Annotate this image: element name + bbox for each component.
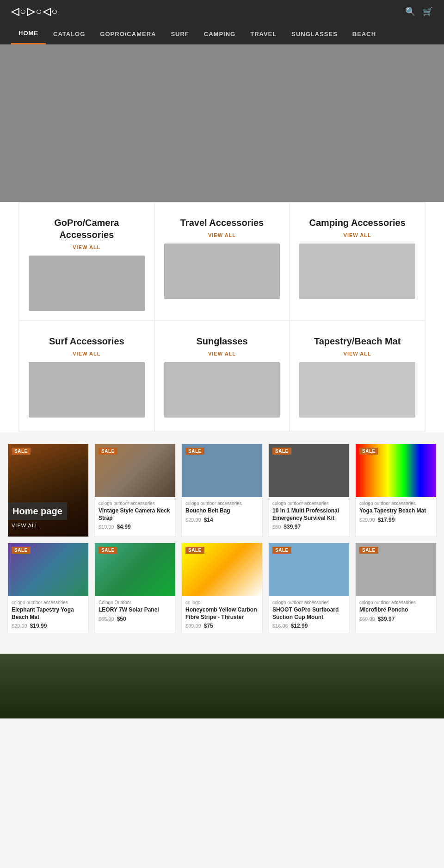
price-original-4: $29.99 <box>359 517 375 523</box>
price-original-r2-1: $29.99 <box>12 623 27 629</box>
product-prices-2: $29.99 $14 <box>185 517 259 523</box>
price-original-2: $29.99 <box>185 517 201 523</box>
category-section: GoPro/Camera Accessories VIEW ALL Travel… <box>0 202 444 432</box>
product-name-r2-5: Microfibre Poncho <box>359 606 432 614</box>
price-sale-r2-1: $19.99 <box>30 623 47 629</box>
price-original-r2-3: $99.99 <box>185 623 201 629</box>
product-prices-3: $60 $39.97 <box>272 524 345 530</box>
price-original-3: $60 <box>272 524 281 530</box>
product-prices-4: $29.99 $17.99 <box>359 517 432 523</box>
nav-sunglasses[interactable]: SUNGLASSES <box>284 24 345 44</box>
product-brand-3: cologo outdoor accessories <box>272 501 345 506</box>
nav-gopro-camera[interactable]: GOPRO/CAMERA <box>92 24 163 44</box>
category-img-sunglasses <box>164 362 280 418</box>
sale-badge-4: SALE <box>359 448 378 455</box>
nav-home[interactable]: HOME <box>11 23 46 44</box>
sale-badge-r2-3: SALE <box>185 547 204 554</box>
sale-badge-r2-4: SALE <box>272 547 291 554</box>
product-info-r2-2: Cologo Outdoor LEORY 7W Solar Panel $65.… <box>95 596 175 626</box>
product-card-yoga-mat[interactable]: SALE cologo outdoor accessories Yoga Tap… <box>355 443 437 537</box>
product-card-poncho[interactable]: SALE cologo outdoor accessories Microfib… <box>355 543 437 633</box>
products-grid-row1: SALE Home page VIEW ALL SALE cologo outd… <box>7 443 437 537</box>
category-title-sunglasses: Sunglasses <box>196 335 247 347</box>
sale-badge-2: SALE <box>185 448 204 455</box>
product-info-4: cologo outdoor accessories Yoga Tapestry… <box>356 497 436 527</box>
sale-badge-r2-1: SALE <box>12 547 31 554</box>
logo[interactable]: ◁○▷○◁○ <box>11 6 59 18</box>
homepage-featured-card[interactable]: SALE Home page VIEW ALL <box>7 443 89 537</box>
sale-badge-1: SALE <box>99 448 117 455</box>
nav-travel[interactable]: TRAVEL <box>243 24 284 44</box>
category-link-travel[interactable]: VIEW ALL <box>208 232 236 238</box>
product-brand-1: cologo outdoor accessories <box>99 501 172 506</box>
price-sale-1: $4.99 <box>117 524 131 530</box>
product-info-r2-3: co logo Honeycomb Yellow Carbon Fibre St… <box>182 596 262 633</box>
product-name-4: Yoga Tapestry Beach Mat <box>359 507 432 515</box>
product-name-r2-4: SHOOT GoPro Surfboard Suction Cup Mount <box>272 606 345 621</box>
nav-camping[interactable]: CAMPING <box>197 24 243 44</box>
category-card-surf[interactable]: Surf Accessories VIEW ALL <box>19 321 154 432</box>
hero-banner <box>0 44 444 202</box>
nav-surf[interactable]: SURF <box>163 24 196 44</box>
product-card-survival-kit[interactable]: SALE cologo outdoor accessories 10 in 1 … <box>268 443 350 537</box>
product-prices-r2-3: $99.99 $75 <box>185 623 259 629</box>
cart-icon[interactable]: 🛒 <box>423 6 433 17</box>
nav-beach[interactable]: BEACH <box>345 24 383 44</box>
product-card-belt-bag[interactable]: SALE cologo outdoor accessories Boucho B… <box>181 443 263 537</box>
product-name-2: Boucho Belt Bag <box>185 507 259 515</box>
nav-catalog[interactable]: CATALOG <box>46 24 92 44</box>
product-card-camera-strap[interactable]: SALE cologo outdoor accessories Vintage … <box>94 443 176 537</box>
header-icons: 🔍 🛒 <box>405 6 433 17</box>
category-link-gopro[interactable]: VIEW ALL <box>73 244 100 250</box>
price-original-r2-2: $65.99 <box>99 616 114 622</box>
product-name-r2-1: Elephant Tapestry Yoga Beach Mat <box>12 606 85 621</box>
product-info-r2-1: cologo outdoor accessories Elephant Tape… <box>8 596 88 633</box>
homepage-label: Home page <box>8 502 67 520</box>
price-original-r2-4: $16.06 <box>272 623 288 629</box>
product-name-3: 10 in 1 Multi Professional Emergency Sur… <box>272 507 345 522</box>
price-sale-4: $17.99 <box>378 517 395 523</box>
product-info-3: cologo outdoor accessories 10 in 1 Multi… <box>269 497 349 534</box>
search-icon[interactable]: 🔍 <box>405 6 415 17</box>
category-link-sunglasses[interactable]: VIEW ALL <box>208 351 236 356</box>
product-card-gopro-mount[interactable]: SALE cologo outdoor accessories SHOOT Go… <box>268 543 350 633</box>
price-original-1: $19.99 <box>99 524 114 530</box>
main-nav: HOME CATALOG GOPRO/CAMERA SURF CAMPING T… <box>0 23 444 44</box>
product-name-r2-3: Honeycomb Yellow Carbon Fibre Stripe - T… <box>185 606 259 621</box>
category-card-gopro[interactable]: GoPro/Camera Accessories VIEW ALL <box>19 202 154 321</box>
category-link-surf[interactable]: VIEW ALL <box>73 351 100 356</box>
category-title-tapestry: Tapestry/Beach Mat <box>314 335 401 347</box>
category-title-surf: Surf Accessories <box>49 335 124 347</box>
products-grid-row2: SALE cologo outdoor accessories Elephant… <box>7 543 437 633</box>
category-title-gopro: GoPro/Camera Accessories <box>29 217 145 241</box>
price-sale-3: $39.97 <box>284 524 301 530</box>
price-sale-r2-2: $50 <box>117 616 126 622</box>
product-card-solar-panel[interactable]: SALE Cologo Outdoor LEORY 7W Solar Panel… <box>94 543 176 633</box>
category-title-travel: Travel Accessories <box>180 217 264 229</box>
product-brand-r2-1: cologo outdoor accessories <box>12 600 85 605</box>
product-prices-r2-4: $16.06 $12.99 <box>272 623 345 629</box>
header: ◁○▷○◁○ 🔍 🛒 <box>0 0 444 23</box>
product-brand-r2-3: co logo <box>185 600 259 605</box>
product-brand-2: cologo outdoor accessories <box>185 501 259 506</box>
category-grid: GoPro/Camera Accessories VIEW ALL Travel… <box>18 202 426 432</box>
product-card-elephant-mat[interactable]: SALE cologo outdoor accessories Elephant… <box>7 543 89 633</box>
product-info-2: cologo outdoor accessories Boucho Belt B… <box>182 497 262 527</box>
category-card-travel[interactable]: Travel Accessories VIEW ALL <box>154 202 290 321</box>
product-brand-r2-2: Cologo Outdoor <box>99 600 172 605</box>
category-card-sunglasses[interactable]: Sunglasses VIEW ALL <box>154 321 290 432</box>
price-sale-r2-5: $39.97 <box>378 616 395 622</box>
product-card-thruster[interactable]: SALE co logo Honeycomb Yellow Carbon Fib… <box>181 543 263 633</box>
price-sale-r2-3: $75 <box>204 623 213 629</box>
category-card-tapestry[interactable]: Tapestry/Beach Mat VIEW ALL <box>290 321 425 432</box>
product-name-1: Vintage Style Camera Neck Strap <box>99 507 172 522</box>
category-link-camping[interactable]: VIEW ALL <box>344 232 371 238</box>
category-card-camping[interactable]: Camping Accessories VIEW ALL <box>290 202 425 321</box>
sale-badge-3: SALE <box>272 448 291 455</box>
product-prices-r2-5: $69.99 $39.97 <box>359 616 432 622</box>
product-info-1: cologo outdoor accessories Vintage Style… <box>95 497 175 534</box>
category-link-tapestry[interactable]: VIEW ALL <box>344 351 371 356</box>
price-sale-r2-4: $12.99 <box>291 623 308 629</box>
product-info-r2-4: cologo outdoor accessories SHOOT GoPro S… <box>269 596 349 633</box>
product-prices-1: $19.99 $4.99 <box>99 524 172 530</box>
